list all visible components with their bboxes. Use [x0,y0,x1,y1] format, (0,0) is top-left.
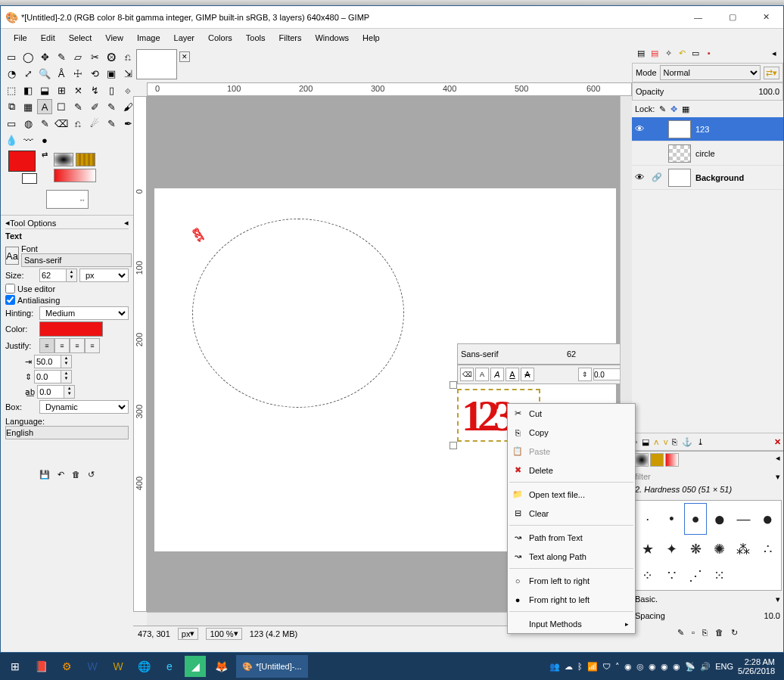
layer-visibility-icon[interactable]: 👁 [635,123,647,135]
ruler-horizontal[interactable]: 0100200300400500600 [147,82,632,96]
ctx-delete[interactable]: ✖Delete [508,461,635,480]
taskbar-chrome-icon[interactable]: 🌐 [133,656,154,677]
menu-layer[interactable]: Layer [167,32,202,44]
swap-colors-icon[interactable]: ⇄ [42,151,48,159]
tool-button[interactable]: ⟲ [87,66,102,81]
panel-menu-icon[interactable]: ◂ [768,48,780,61]
gradients-tab-icon[interactable] [665,453,679,467]
tool-button[interactable]: ▣ [104,66,119,81]
tool-button[interactable]: ☩ [70,66,86,81]
popup-underline-button[interactable]: A [506,368,519,381]
brush-filter-label[interactable]: filter [635,472,776,481]
close-button[interactable]: ✕ [749,6,783,29]
tool-button[interactable]: ◯ [20,49,36,64]
box-select[interactable]: Dynamic [39,400,129,414]
text-color-swatch[interactable] [39,321,103,337]
brush-item[interactable]: ✦ [661,536,683,561]
font-input[interactable] [21,253,132,267]
menu-edit[interactable]: Edit [34,32,62,44]
menu-select[interactable]: Select [62,32,99,44]
tray-app2-icon[interactable]: ◎ [636,662,644,672]
brush-item[interactable]: · [636,503,659,535]
tool-button[interactable]: ⌫ [54,116,69,131]
taskbar-pdf-icon[interactable]: 📕 [30,656,51,677]
reset-options-icon[interactable]: ↺ [88,470,95,480]
handle-sw[interactable] [450,442,457,449]
tray-wifi-icon[interactable]: 📡 [685,662,695,672]
brush-item[interactable] [733,563,755,588]
tool-button[interactable]: 💧 [4,132,19,147]
ctx-open-text-file-[interactable]: 📁Open text file... [508,485,635,504]
tool-button[interactable]: ✎ [104,99,119,114]
blend-mode-select[interactable]: Normal [660,65,761,80]
image-tab[interactable]: ✕ [136,49,177,79]
layer-row[interactable]: circle [632,141,783,166]
popup-bold-button[interactable]: A [475,368,489,381]
brush-item[interactable]: ❋ [684,536,707,561]
menu-windows[interactable]: Windows [308,32,356,44]
dup-layer-icon[interactable]: ⎘ [672,437,677,446]
brush-item[interactable]: ⋰ [684,563,707,588]
color-picker[interactable]: ⇄ [8,151,48,184]
layers-tab-icon[interactable]: ▤ [635,48,647,61]
tray-network-icon[interactable]: 📶 [587,662,598,672]
taskbar-gimp-icon[interactable]: 🦊 [210,656,232,677]
brush-item[interactable]: • [661,503,683,535]
brush-del-icon[interactable]: 🗑 [715,628,723,637]
taskbar-gear-icon[interactable]: ⚙ [56,656,77,677]
delete-layer-icon[interactable]: ✕ [774,437,781,447]
tool-button[interactable]: ▱ [70,49,86,64]
tool-button[interactable]: 🔍 [37,66,52,81]
brush-item[interactable]: ● [684,503,707,535]
brush-item[interactable]: — [733,503,755,535]
size-spinner[interactable]: ▲▼ [39,269,77,282]
language-input[interactable] [5,426,129,439]
fg-color[interactable] [8,151,36,172]
brush-item[interactable]: ● [708,503,731,535]
tool-button[interactable] [87,132,102,147]
indent-spinner[interactable]: ▲▼ [34,355,72,368]
letterspacing-spinner[interactable]: ▲▼ [37,385,75,399]
justify-left-button[interactable]: ≡ [39,338,54,353]
layer-row[interactable]: 👁 🔗 Background [632,166,783,190]
linespacing-spinner[interactable]: ▲▼ [34,370,72,383]
tool-button[interactable]: ✎ [70,99,86,114]
taskbar-edge-icon[interactable]: e [159,656,180,677]
lock-pixels-icon[interactable]: ✎ [659,104,666,114]
tool-button[interactable]: ◔ [4,66,19,81]
layer-visibility-icon[interactable]: 👁 [635,172,647,183]
tool-button[interactable]: ✎ [54,49,69,64]
ctx-input-methods[interactable]: Input Methods▸ [508,614,635,633]
popup-strike-button[interactable]: A [521,368,534,381]
tool-button[interactable]: ⎌ [70,116,86,131]
tool-button[interactable]: ☐ [54,99,69,114]
ctx-path-from-text[interactable]: ↝Path from Text [508,528,635,547]
tool-button[interactable]: ⬓ [37,82,52,98]
menu-view[interactable]: View [98,32,130,44]
tool-button[interactable]: ● [37,132,52,147]
justify-center-button[interactable]: ≡ [70,338,85,353]
tray-bluetooth-icon[interactable]: ᛒ [577,662,583,671]
ruler-vertical[interactable]: 0100200300400 [133,96,147,612]
size-unit-select[interactable]: px [79,269,129,282]
ctx-text-along-path[interactable]: ↝Text along Path [508,547,635,566]
unit-select[interactable]: px ▾ [178,628,199,640]
taskbar-word-icon[interactable]: W [82,656,103,677]
brush-item[interactable]: ● [756,503,779,535]
popup-clear-button[interactable]: ⌫ [460,368,474,381]
menu-filters[interactable]: Filters [272,32,309,44]
tool-button[interactable]: ⧉ [4,99,19,114]
tool-button[interactable]: A [37,99,52,114]
tray-shield-icon[interactable]: 🛡 [602,662,611,671]
brushes-tab-icon[interactable] [635,453,649,467]
justify-right-button[interactable]: ≡ [54,338,70,353]
tool-button[interactable]: ✎ [37,116,52,131]
brush-item[interactable]: ✺ [708,536,731,561]
tool-button[interactable]: ⮿ [104,49,119,64]
tray-app3-icon[interactable]: ◉ [649,662,656,672]
brush-edit-icon[interactable]: ✎ [677,628,684,638]
undo-tab-icon[interactable]: ↶ [676,48,688,61]
lower-layer-icon[interactable]: v [664,437,668,446]
gradient-preview[interactable] [54,169,96,182]
popup-size-input[interactable] [564,349,623,359]
